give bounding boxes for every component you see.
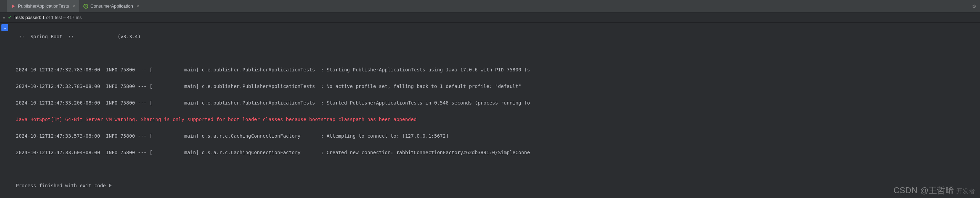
- spring-icon: [83, 4, 88, 9]
- check-icon: ✔: [8, 15, 12, 20]
- watermark-sub: 开发者: [956, 188, 975, 195]
- console-output[interactable]: :: Spring Boot :: (v3.3.4) 2024-10-12T12…: [0, 23, 980, 198]
- gear-icon[interactable]: ⚙: [972, 3, 976, 9]
- console-line: 2024-10-12T12:47:33.573+08:00 INFO 75800…: [16, 132, 980, 140]
- tab-consumer-app[interactable]: ConsumerApplication ×: [79, 0, 143, 12]
- test-icon: [11, 4, 16, 9]
- console-line: :: Spring Boot :: (v3.3.4): [16, 32, 980, 41]
- close-icon[interactable]: ×: [137, 3, 139, 9]
- tab-label: ConsumerApplication: [90, 3, 133, 9]
- tabs-bar: PublisherApplicationTests × ConsumerAppl…: [0, 0, 980, 13]
- close-icon[interactable]: ×: [72, 3, 75, 9]
- console-line: 2024-10-12T12:47:32.783+08:00 INFO 75800…: [16, 65, 980, 74]
- tests-passed-count: 1: [42, 15, 45, 20]
- console-exit-line: Process finished with exit code 0: [16, 182, 980, 190]
- expand-icon[interactable]: »: [3, 15, 5, 20]
- tests-passed-suffix: of 1 test – 417 ms: [46, 15, 82, 20]
- watermark-main: CSDN @王哲晞: [894, 185, 954, 195]
- dropdown-toggle[interactable]: ⌄: [2, 24, 8, 31]
- console-line: 2024-10-12T12:47:33.604+08:00 INFO 75800…: [16, 148, 980, 156]
- console-line: 2024-10-12T12:47:33.206+08:00 INFO 75800…: [16, 99, 980, 107]
- tab-publisher-tests[interactable]: PublisherApplicationTests ×: [7, 0, 79, 12]
- test-status-bar: » ✔ Tests passed: 1 of 1 test – 417 ms: [0, 13, 980, 23]
- watermark: CSDN @王哲晞开发者: [894, 185, 975, 196]
- tests-passed-prefix: Tests passed:: [14, 15, 41, 20]
- console-line: 2024-10-12T12:47:32.783+08:00 INFO 75800…: [16, 82, 980, 90]
- tests-passed-label: Tests passed: 1 of 1 test – 417 ms: [14, 15, 82, 20]
- console-line: [16, 49, 980, 57]
- console-warning-line: Java HotSpot(TM) 64-Bit Server VM warnin…: [16, 115, 980, 123]
- console-line: [16, 165, 980, 173]
- tab-label: PublisherApplicationTests: [18, 3, 69, 9]
